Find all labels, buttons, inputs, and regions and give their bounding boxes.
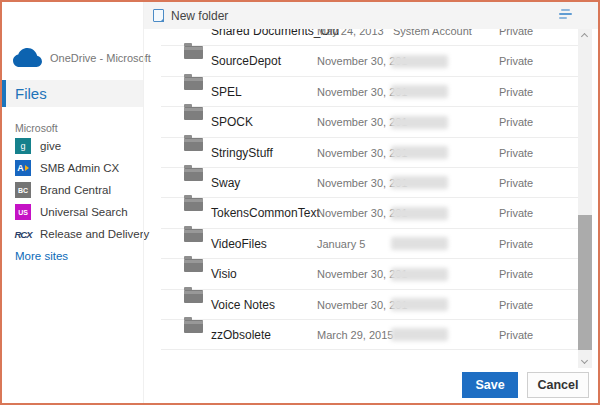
folder-name: SPOCK (211, 107, 253, 137)
onedrive-folder-picker-dialog: OneDrive - Microsoft Files Microsoft ggi… (0, 0, 600, 405)
folder-name: StringyStuff (211, 138, 273, 168)
new-folder-button[interactable]: New folder (153, 2, 228, 29)
sites-section-label: Microsoft (15, 122, 58, 134)
redacted-modified-by (391, 207, 448, 220)
site-list: ggiveASMB Admin CXBCBrand CentralUSUnive… (15, 135, 139, 245)
release-and-delivery-site-icon: RCX (15, 226, 31, 242)
sharing-status: Private (499, 259, 533, 289)
folder-list: Shared Documents_OldMay 24, 2013System A… (144, 29, 598, 353)
scrollbar-thumb[interactable] (578, 215, 592, 350)
sort-view-icon[interactable] (559, 9, 572, 22)
onedrive-account: OneDrive - Microsoft (13, 48, 151, 67)
new-folder-icon (153, 9, 164, 22)
folder-icon (184, 259, 203, 272)
redacted-modified-by (391, 176, 448, 189)
sidebar: OneDrive - Microsoft Files Microsoft ggi… (2, 2, 143, 403)
folder-name: Visio (211, 259, 237, 289)
sharing-status: Private (499, 168, 533, 198)
onedrive-cloud-icon (13, 48, 42, 67)
modified-by: System Account (393, 29, 472, 46)
redacted-modified-by (391, 237, 448, 250)
site-label: Release and Delivery (40, 228, 149, 240)
command-bar: New folder (144, 2, 598, 29)
folder-row[interactable]: VideoFilesJanuary 5Private (144, 229, 598, 259)
folder-row[interactable]: SwayNovember 30, 201Private (144, 168, 598, 198)
sharing-status: Private (499, 29, 533, 46)
sharing-status: Private (499, 138, 533, 168)
universal-search-site-icon: US (15, 204, 31, 220)
sidebar-item-give[interactable]: ggive (15, 135, 139, 157)
folder-row[interactable]: Voice NotesNovember 30, 201Private (144, 290, 598, 320)
files-nav-label: Files (15, 85, 47, 102)
folder-name: VideoFiles (211, 229, 267, 259)
scroll-up-icon[interactable] (581, 33, 588, 40)
folder-icon (184, 46, 203, 59)
sharing-status: Private (499, 107, 533, 137)
folder-row[interactable]: SPELNovember 30, 201Private (144, 77, 598, 107)
site-label: Brand Central (40, 184, 111, 196)
folder-row[interactable]: SourceDepotNovember 30, 201Private (144, 46, 598, 76)
sharing-status: Private (499, 46, 533, 76)
sidebar-item-brand-central[interactable]: BCBrand Central (15, 179, 139, 201)
sharing-status: Private (499, 290, 533, 320)
give-site-icon: g (15, 138, 31, 154)
folder-row[interactable]: TokensCommonTextNovember 30, 201Private (144, 198, 598, 228)
redacted-modified-by (391, 146, 448, 159)
site-label: give (40, 140, 61, 152)
cancel-button[interactable]: Cancel (527, 372, 589, 398)
site-label: SMB Admin CX (40, 162, 119, 174)
sidebar-item-smb-admin-cx[interactable]: ASMB Admin CX (15, 157, 139, 179)
scrollbar[interactable] (578, 29, 592, 368)
folder-name: Voice Notes (211, 290, 275, 320)
sharing-status: Private (499, 198, 533, 228)
folder-row[interactable]: SPOCKNovember 30, 201Private (144, 107, 598, 137)
sidebar-item-files[interactable]: Files (2, 80, 143, 107)
date-modified: January 5 (317, 229, 365, 259)
main-panel: New folder Shared Documents_OldMay 24, 2… (143, 2, 598, 403)
site-label: Universal Search (40, 206, 128, 218)
admin-arrow-icon (25, 165, 29, 171)
folder-row[interactable]: StringyStuffNovember 30, 201Private (144, 138, 598, 168)
redacted-modified-by (391, 116, 448, 129)
folder-name: Sway (211, 168, 240, 198)
account-label: OneDrive - Microsoft (50, 52, 151, 64)
sharing-status: Private (499, 77, 533, 107)
folder-row[interactable]: Shared Documents_OldMay 24, 2013System A… (144, 29, 598, 46)
folder-row[interactable]: zzObsoleteMarch 29, 2015Private (144, 320, 598, 350)
smb-admin-cx-site-icon: A (15, 160, 31, 176)
redacted-modified-by (391, 298, 448, 311)
folder-icon (184, 168, 203, 181)
save-button[interactable]: Save (462, 372, 518, 398)
folder-name: TokensCommonText (211, 198, 320, 228)
brand-central-site-icon: BC (15, 182, 31, 198)
more-sites-link[interactable]: More sites (15, 250, 68, 262)
sharing-status: Private (499, 320, 533, 350)
folder-icon (184, 138, 203, 151)
folder-name: SPEL (211, 77, 242, 107)
new-folder-label: New folder (171, 9, 228, 23)
folder-row[interactable]: VisioNovember 30, 201Private (144, 259, 598, 289)
folder-name: zzObsolete (211, 320, 271, 350)
sharing-status: Private (499, 229, 533, 259)
redacted-modified-by (391, 85, 448, 98)
folder-icon (184, 229, 203, 242)
folder-icon (184, 107, 203, 120)
redacted-modified-by (391, 328, 448, 341)
folder-icon (184, 198, 203, 211)
folder-name: SourceDepot (211, 46, 281, 76)
folder-icon (184, 290, 203, 303)
sidebar-item-universal-search[interactable]: USUniversal Search (15, 201, 139, 223)
folder-icon (184, 77, 203, 90)
selected-indicator (2, 80, 6, 107)
date-modified: May 24, 2013 (317, 29, 384, 46)
redacted-modified-by (391, 55, 448, 68)
sidebar-item-release-and-delivery[interactable]: RCXRelease and Delivery (15, 223, 139, 245)
redacted-modified-by (391, 268, 448, 281)
date-modified: March 29, 2015 (317, 320, 393, 350)
folder-icon (184, 320, 203, 333)
scroll-down-icon[interactable] (581, 357, 588, 364)
